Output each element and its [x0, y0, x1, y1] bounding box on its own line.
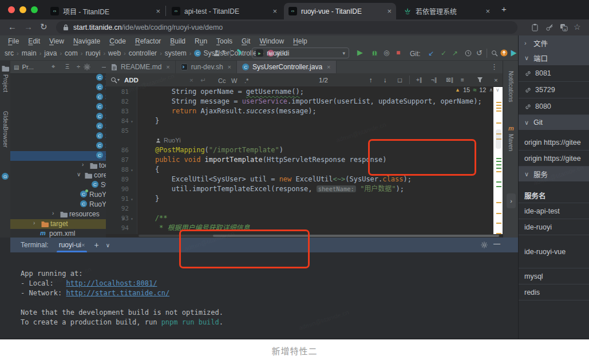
tab-close-icon[interactable]: ×: [387, 7, 392, 15]
build-hammer-icon[interactable]: [236, 49, 244, 57]
editor-tab-run-dev.sh[interactable]: run-dev.sh×: [176, 61, 237, 73]
fold-marker-icon[interactable]: ▾: [131, 117, 133, 126]
find-history-icon[interactable]: ▾: [117, 73, 120, 86]
stripe-gideabrowser-label[interactable]: GIdeaBrowser: [2, 111, 9, 148]
browser-tab[interactable]: ‹›项目 - TitanIDE×: [46, 3, 165, 19]
menu-navigate[interactable]: Navigate: [69, 37, 105, 45]
tree-item-S[interactable]: CS: [10, 112, 106, 122]
warning-count[interactable]: 15: [463, 86, 470, 93]
terminal-link[interactable]: http://localhost:8081/: [66, 279, 157, 287]
traffic-light-zoom[interactable]: [31, 6, 38, 13]
tree-item-too[interactable]: ›too: [10, 161, 106, 171]
collapse-all-icon[interactable]: ÷: [77, 63, 80, 70]
menu-view[interactable]: View: [45, 37, 69, 45]
typo-count[interactable]: 12: [479, 86, 486, 93]
find-toggle-Cc[interactable]: Cc: [216, 73, 228, 88]
filter-funnel-icon[interactable]: [477, 73, 483, 86]
locate-icon[interactable]: ⌖: [52, 63, 55, 70]
find-disabled-icon[interactable]: ↵: [200, 73, 206, 86]
key-icon[interactable]: [545, 23, 554, 31]
editor-tab-README.md[interactable]: README.md×: [106, 61, 176, 73]
project-settings-icon[interactable]: [84, 64, 90, 70]
new-terminal-icon[interactable]: +: [94, 240, 98, 250]
stripe-maven-label[interactable]: Maven: [508, 134, 514, 151]
breadcrumb-item[interactable]: java: [44, 49, 57, 57]
clipboard-icon[interactable]: [531, 23, 539, 31]
fold-marker-icon[interactable]: ▾: [131, 195, 133, 204]
translate-icon[interactable]: 文a: [560, 23, 568, 31]
tree-item-S[interactable]: CS: [10, 141, 106, 151]
stop-button[interactable]: ■: [396, 49, 400, 57]
run-config-selector[interactable]: ▸ruoyi-ui▾: [252, 48, 349, 58]
next-problem-icon[interactable]: ∨: [496, 87, 500, 93]
inspections-widget[interactable]: ▲15≈12∧∨: [455, 85, 500, 94]
panel-row-origin https://gitee[interactable]: origin https://gitee: [519, 134, 589, 151]
user-presence-icon[interactable]: [213, 49, 220, 57]
menu-refactor[interactable]: Refactor: [131, 37, 165, 45]
project-stripe-icon[interactable]: [2, 65, 9, 72]
render-doc-icon[interactable]: ≡: [122, 214, 125, 224]
url-bar[interactable]: start.titanide.cn/ide/web/coding/ruoyi-v…: [56, 21, 517, 34]
update-available-icon[interactable]: [500, 49, 508, 57]
git-push-icon[interactable]: ↗: [452, 49, 458, 57]
menu-tools[interactable]: Tools: [212, 37, 237, 45]
panel-section-端口[interactable]: ∨端口: [519, 50, 589, 65]
editor-tab-SysUserController.java[interactable]: CSysUserController.java×: [237, 61, 336, 73]
breadcrumb-item[interactable]: com: [65, 49, 78, 57]
traffic-light-minimize[interactable]: [19, 6, 26, 13]
find-search-icon[interactable]: [110, 73, 117, 86]
menu-edit[interactable]: Edit: [23, 37, 45, 45]
tab-close-icon[interactable]: ×: [228, 64, 231, 70]
breadcrumb-class[interactable]: SysUserController: [203, 49, 259, 57]
stripe-notifications-label[interactable]: Notifications: [508, 71, 514, 102]
new-tab-button[interactable]: +: [501, 4, 507, 14]
menu-run[interactable]: Run: [190, 37, 212, 45]
tree-item-S[interactable]: CS: [10, 93, 106, 102]
tree-item-Swa[interactable]: CSwa: [10, 180, 106, 190]
fold-marker-icon[interactable]: ▾: [131, 165, 133, 175]
collapsed-panel-handle[interactable]: ›: [507, 193, 516, 208]
traffic-light-close[interactable]: [8, 6, 15, 13]
back-icon[interactable]: ←: [8, 22, 17, 31]
panel-row-服务名[interactable]: 服务名: [519, 188, 589, 203]
panel-section-文件[interactable]: ›文件: [519, 35, 589, 50]
panel-row-ide-api-test[interactable]: ide-api-test: [519, 203, 589, 219]
breadcrumb-item[interactable]: main: [22, 49, 37, 57]
browser-tab[interactable]: ‹›api-test - TitanIDE×: [167, 3, 282, 19]
find-toggle-.*[interactable]: .*: [242, 73, 251, 88]
prev-problem-icon[interactable]: ∧: [489, 87, 493, 93]
tab-close-icon[interactable]: ×: [272, 7, 277, 15]
tree-arrow-icon[interactable]: ∨: [77, 171, 81, 177]
bookmark-star-icon[interactable]: ☆: [574, 22, 581, 31]
find-nav-icon[interactable]: ↑: [369, 73, 373, 86]
terminal-minimize-icon[interactable]: —: [493, 240, 500, 248]
breadcrumb-item[interactable]: controller: [129, 49, 157, 57]
user-dropdown-icon[interactable]: ▾: [222, 48, 225, 54]
menu-build[interactable]: Build: [165, 37, 190, 45]
tree-item-core.c[interactable]: ∨core.c: [10, 171, 106, 180]
tree-item-RuoYiApp[interactable]: CRuoYiApp: [10, 190, 106, 200]
find-nav-icon[interactable]: ↓: [384, 73, 387, 86]
tab-close-icon[interactable]: ×: [327, 64, 330, 70]
find-filter-icon[interactable]: ¬∥: [431, 73, 437, 86]
tab-close-icon[interactable]: ×: [166, 64, 169, 70]
tree-item-RuoYiSer[interactable]: CRuoYiSer: [10, 200, 106, 209]
git-commit-icon[interactable]: ✓: [441, 49, 446, 57]
tree-item-S[interactable]: CS: [10, 83, 106, 93]
tree-item-resources[interactable]: ›resources: [10, 209, 106, 219]
find-filter-icon[interactable]: +∥: [416, 73, 422, 86]
tree-item-S[interactable]: CS: [10, 122, 106, 132]
project-view-title[interactable]: Pr...: [22, 64, 33, 70]
breadcrumb-item[interactable]: system: [165, 49, 187, 57]
terminal-tab-ruoyi-ui[interactable]: ruoyi-ui ×: [56, 238, 89, 252]
panel-row-ide-ruoyi-vue[interactable]: ide-ruoyi-vue: [519, 235, 589, 268]
terminal-dropdown-icon[interactable]: ∨: [106, 242, 110, 248]
titanide-logo-icon[interactable]: [509, 49, 517, 57]
fold-marker-icon[interactable]: ▾: [131, 214, 133, 224]
search-everywhere-icon[interactable]: [491, 50, 498, 57]
tree-item-S[interactable]: CS: [10, 73, 106, 83]
run-button[interactable]: ▶: [357, 48, 363, 57]
menu-help[interactable]: Help: [288, 37, 312, 45]
terminal-link[interactable]: http://start.titanide.cn/: [66, 289, 169, 297]
panel-row-35729[interactable]: 35729: [519, 82, 589, 98]
